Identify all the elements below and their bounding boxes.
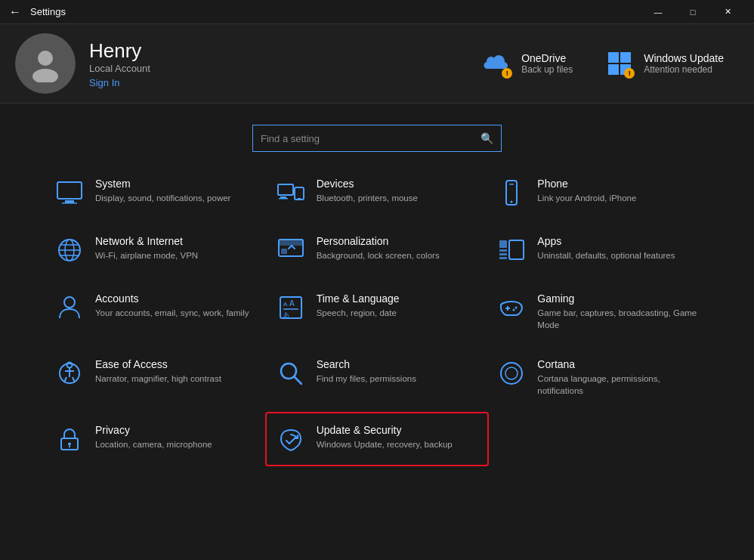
settings-item-title-time-language: Time & Language xyxy=(317,292,400,305)
search-icon xyxy=(276,358,306,388)
settings-item-gaming[interactable]: GamingGame bar, captures, broadcasting, … xyxy=(487,282,709,342)
onedrive-title: OneDrive xyxy=(521,52,573,64)
settings-item-desc-gaming: Game bar, captures, broadcasting, Game M… xyxy=(537,307,700,331)
settings-item-title-privacy: Privacy xyxy=(95,424,212,436)
time-language-icon: AAあ xyxy=(276,292,306,323)
svg-point-46 xyxy=(281,364,296,379)
svg-rect-28 xyxy=(499,257,507,259)
settings-item-phone[interactable]: PhoneLink your Android, iPhone xyxy=(487,167,709,218)
minimize-button[interactable]: — xyxy=(641,0,675,24)
settings-item-desc-search: Find my files, permissions xyxy=(317,373,416,385)
network-icon xyxy=(54,235,85,265)
onedrive-text: OneDrive Back up files xyxy=(521,52,573,75)
cortana-icon xyxy=(496,358,527,388)
svg-point-51 xyxy=(68,443,71,446)
svg-line-44 xyxy=(64,377,66,382)
settings-item-desc-personalization: Background, lock screen, colors xyxy=(317,249,440,261)
svg-point-39 xyxy=(513,309,515,311)
search-box[interactable]: 🔍 xyxy=(252,125,502,152)
svg-point-30 xyxy=(64,297,75,308)
svg-point-0 xyxy=(38,51,53,66)
settings-item-network[interactable]: Network & InternetWi-Fi, airplane mode, … xyxy=(45,224,267,276)
settings-item-desc-ease-of-access: Narrator, magnifier, high contrast xyxy=(95,373,221,385)
settings-item-text-network: Network & InternetWi-Fi, airplane mode, … xyxy=(95,235,198,261)
svg-rect-9 xyxy=(278,184,293,195)
system-icon xyxy=(54,178,85,208)
svg-point-38 xyxy=(515,307,518,309)
svg-rect-12 xyxy=(295,187,304,200)
settings-item-desc-system: Display, sound, notifications, power xyxy=(95,192,230,204)
privacy-icon xyxy=(54,424,85,454)
windows-update-widget[interactable]: ! Windows Update Attention needed xyxy=(603,47,724,80)
user-name: Henry xyxy=(89,39,150,63)
settings-item-time-language[interactable]: AAあTime & LanguageSpeech, region, date xyxy=(267,282,488,342)
settings-item-title-cortana: Cortana xyxy=(537,358,700,370)
sign-in-link[interactable]: Sign In xyxy=(89,77,150,88)
user-avatar xyxy=(15,33,76,94)
svg-rect-29 xyxy=(509,240,524,259)
settings-item-apps[interactable]: AppsUninstall, defaults, optional featur… xyxy=(487,224,709,276)
svg-rect-11 xyxy=(279,198,288,200)
settings-item-accounts[interactable]: AccountsYour accounts, email, sync, work… xyxy=(45,282,267,342)
svg-rect-8 xyxy=(62,203,77,204)
personalization-icon xyxy=(276,235,306,265)
settings-item-title-ease-of-access: Ease of Access xyxy=(95,358,221,370)
svg-rect-16 xyxy=(509,184,514,185)
settings-item-privacy[interactable]: PrivacyLocation, camera, microphone xyxy=(45,413,267,465)
settings-item-title-apps: Apps xyxy=(537,235,675,247)
windows-update-text: Windows Update Attention needed xyxy=(644,52,724,75)
settings-item-desc-apps: Uninstall, defaults, optional features xyxy=(537,249,675,261)
settings-grid: SystemDisplay, sound, notifications, pow… xyxy=(0,167,754,465)
windows-update-icon-wrap: ! xyxy=(603,47,636,80)
svg-point-48 xyxy=(501,363,522,384)
titlebar-title: Settings xyxy=(30,6,641,17)
svg-rect-23 xyxy=(279,240,303,246)
windows-update-subtitle: Attention needed xyxy=(644,64,724,75)
settings-item-title-network: Network & Internet xyxy=(95,235,198,247)
onedrive-widget[interactable]: ! OneDrive Back up files xyxy=(481,47,573,80)
windows-update-title: Windows Update xyxy=(644,52,724,64)
onedrive-icon-wrap: ! xyxy=(481,47,514,80)
svg-rect-27 xyxy=(499,253,507,255)
ease-of-access-icon xyxy=(54,358,85,388)
apps-icon xyxy=(496,235,527,265)
svg-text:A: A xyxy=(283,301,288,308)
settings-item-title-devices: Devices xyxy=(317,178,418,190)
settings-item-title-gaming: Gaming xyxy=(537,292,700,305)
svg-rect-3 xyxy=(620,52,631,63)
back-button[interactable]: ← xyxy=(9,5,21,19)
svg-text:A: A xyxy=(289,299,295,308)
settings-item-devices[interactable]: DevicesBluetooth, printers, mouse xyxy=(267,167,488,218)
settings-item-search[interactable]: SearchFind my files, permissions xyxy=(267,348,488,407)
settings-item-title-personalization: Personalization xyxy=(317,235,440,247)
phone-icon xyxy=(496,178,527,208)
settings-item-desc-phone: Link your Android, iPhone xyxy=(537,192,636,204)
svg-point-1 xyxy=(32,69,58,82)
settings-item-title-update-security: Update & Security xyxy=(317,424,453,436)
settings-item-system[interactable]: SystemDisplay, sound, notifications, pow… xyxy=(45,167,267,218)
search-input[interactable] xyxy=(261,133,481,144)
settings-item-text-apps: AppsUninstall, defaults, optional featur… xyxy=(537,235,675,261)
settings-item-personalization[interactable]: PersonalizationBackground, lock screen, … xyxy=(267,224,488,276)
settings-item-text-time-language: Time & LanguageSpeech, region, date xyxy=(317,292,400,319)
maximize-button[interactable]: □ xyxy=(675,0,710,24)
settings-item-desc-privacy: Location, camera, microphone xyxy=(95,438,212,450)
svg-text:あ: あ xyxy=(283,311,289,318)
settings-item-text-accounts: AccountsYour accounts, email, sync, work… xyxy=(95,292,249,319)
settings-item-ease-of-access[interactable]: Ease of AccessNarrator, magnifier, high … xyxy=(45,348,267,407)
svg-point-49 xyxy=(505,367,518,379)
settings-item-update-security[interactable]: Update & SecurityWindows Update, recover… xyxy=(267,413,488,465)
settings-item-desc-update-security: Windows Update, recovery, backup xyxy=(317,438,453,450)
search-section: 🔍 xyxy=(0,104,754,167)
settings-item-text-update-security: Update & SecurityWindows Update, recover… xyxy=(317,424,453,450)
svg-rect-26 xyxy=(499,249,507,252)
settings-item-desc-devices: Bluetooth, printers, mouse xyxy=(317,192,418,204)
devices-icon xyxy=(276,178,306,208)
svg-rect-24 xyxy=(281,249,287,254)
settings-item-cortana[interactable]: CortanaCortana language, permissions, no… xyxy=(487,348,709,407)
update-security-icon xyxy=(276,424,306,454)
user-info: Henry Local Account Sign In xyxy=(89,39,150,88)
close-button[interactable]: ✕ xyxy=(710,0,745,24)
settings-item-title-search: Search xyxy=(317,358,416,370)
svg-rect-7 xyxy=(65,200,74,203)
